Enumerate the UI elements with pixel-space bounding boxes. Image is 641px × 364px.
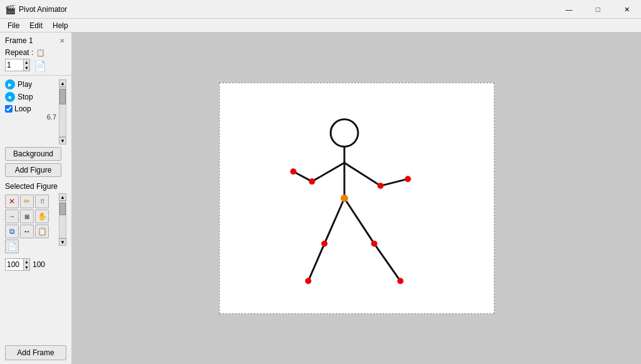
delete-figure-button[interactable]: ✕ [5,195,19,208]
loop-label: Loop [14,104,31,113]
minimize-button[interactable]: — [555,0,583,19]
size-input-group: ▲ ▼ [5,258,30,271]
window-controls: — □ ✕ [555,0,641,19]
edit-figure-button[interactable]: ✏ [20,195,34,208]
repeat-spin-up[interactable]: ▲ [23,59,29,65]
playback-section: ▶ Play ■ Stop Loop 6.7 [5,79,66,144]
left-lower-arm [293,171,312,181]
joint-right-hand [404,176,411,182]
flip-button[interactable]: ↔ [20,225,34,238]
size-spinner: ▲ ▼ [23,259,29,270]
loop-checkbox[interactable] [5,105,13,113]
joint-right-elbow [377,183,383,189]
tools-scroll-up[interactable]: ▲ [59,193,66,201]
size-input[interactable] [6,259,23,270]
loop-row: Loop [5,104,56,113]
joint-right-knee [371,241,377,247]
repeat-row: Repeat : 📋 [5,48,66,58]
tools-scrollbar[interactable]: ▲ ▼ [59,193,66,246]
repeat-label: Repeat : [5,48,33,57]
repeat-spinner: ▲ ▼ [23,59,29,71]
title-text: Pivot Animator [19,5,67,14]
menu-file[interactable]: File [3,20,24,31]
canvas-area [72,33,641,364]
playback-main: ▶ Play ■ Stop Loop 6.7 [5,79,56,121]
size-display: 100 [33,260,45,269]
joint-right-foot [397,278,403,284]
add-figure-button[interactable]: Add Figure [5,163,61,177]
main-layout: Frame 1 ✕ Repeat : 📋 ▲ ▼ 📄 [0,33,641,364]
speed-value: 6.7 [47,113,56,121]
head [331,119,358,147]
right-upper-arm [344,163,381,186]
frame-close-button[interactable]: ✕ [58,36,66,45]
repeat-input-group: ▲ ▼ [5,59,30,71]
tools-scroll-thumb [59,203,66,215]
move-figure-button[interactable]: → [5,210,19,223]
frame-label: Frame 1 [5,36,33,45]
joint-left-foot [305,278,311,284]
menu-help[interactable]: Help [48,20,73,31]
scale-button[interactable]: ⊞ [20,210,34,223]
joint-left-elbow [309,178,315,185]
right-lower-arm [380,179,408,186]
scroll-thumb [59,89,66,104]
repeat-input[interactable] [6,59,23,71]
scroll-up-btn[interactable]: ▲ [59,79,66,87]
left-upper-leg [324,198,344,244]
icon-toolbar: ✕ ✏ ⠿ → ⊞ ✋ ⧉ ↔ 📋 📄 [5,195,56,253]
scroll-down-btn[interactable]: ▼ [59,137,66,144]
size-spin-down[interactable]: ▼ [23,265,29,270]
left-upper-arm [312,163,344,181]
play-label[interactable]: Play [18,80,32,89]
app-icon: 🎬 [5,4,16,14]
left-panel: Frame 1 ✕ Repeat : 📋 ▲ ▼ 📄 [0,33,72,364]
close-button[interactable]: ✕ [612,0,641,19]
speed-row: 6.7 [5,113,56,121]
frame-controls: Frame 1 ✕ Repeat : 📋 ▲ ▼ 📄 [0,33,71,76]
play-circle-icon[interactable]: ▶ [5,79,15,89]
menu-edit[interactable]: Edit [24,20,48,31]
frame-copy2-button[interactable]: 📋 [35,225,49,238]
animation-canvas[interactable] [219,83,495,314]
joint-left-hand [290,168,296,174]
tools-scroll-down[interactable]: ▼ [59,238,66,246]
menu-bar: File Edit Help [0,19,641,33]
stick-figure-svg [220,83,494,313]
play-row: ▶ Play [5,79,56,89]
right-lower-leg [374,244,400,281]
hand-button[interactable]: ✋ [35,210,49,223]
copy-fig-button[interactable]: ⧉ [5,225,19,238]
icon-toolbar-section: ✕ ✏ ⠿ → ⊞ ✋ ⧉ ↔ 📋 📄 [5,193,66,253]
title-bar: 🎬 Pivot Animator — □ ✕ [0,0,641,19]
frame-row: Frame 1 ✕ [5,36,66,45]
selected-figure-label: Selected Figure [5,182,66,191]
frame-paste-button[interactable]: 📄 [5,240,19,253]
playback-tools: ▶ Play ■ Stop Loop 6.7 [0,76,71,341]
maximize-button[interactable]: □ [583,0,612,19]
left-lower-leg [308,244,324,281]
stop-label[interactable]: Stop [18,93,33,101]
tools-scroll-track [59,201,66,238]
playback-scrollbar[interactable]: ▲ ▼ [59,79,66,144]
repeat-spin-down[interactable]: ▼ [23,65,29,71]
size-spin-up[interactable]: ▲ [23,259,29,265]
size-row: ▲ ▼ 100 [5,258,66,271]
add-frame-button[interactable]: Add Frame [5,345,66,360]
stop-circle-icon[interactable]: ■ [5,92,15,102]
scroll-track [59,87,66,137]
background-button[interactable]: Background [5,147,61,161]
frame-copy-button[interactable]: 📄 [34,60,44,70]
joint-left-knee [321,241,327,247]
right-upper-leg [344,198,374,244]
stop-row: ■ Stop [5,92,56,102]
move-nodes-button[interactable]: ⠿ [35,195,49,208]
copy-icon-button[interactable]: 📋 [36,48,46,58]
joint-center [341,195,348,202]
